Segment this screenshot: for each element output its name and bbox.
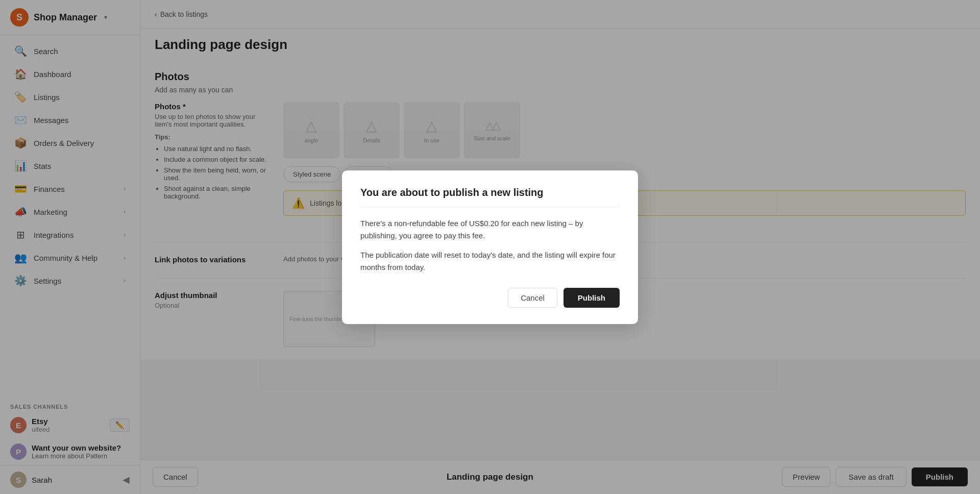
modal-body-paragraph-1: There's a non-refundable fee of US$0.20 … <box>360 217 620 242</box>
modal-cancel-button[interactable]: Cancel <box>508 288 557 308</box>
modal-body-paragraph-2: The publication date will reset to today… <box>360 249 620 274</box>
modal-overlay[interactable]: You are about to publish a new listing T… <box>0 0 980 494</box>
modal-publish-button[interactable]: Publish <box>564 288 620 308</box>
modal-body: There's a non-refundable fee of US$0.20 … <box>360 217 620 274</box>
modal-title: You are about to publish a new listing <box>360 187 620 207</box>
publish-modal: You are about to publish a new listing T… <box>342 170 638 324</box>
modal-actions: Cancel Publish <box>360 288 620 308</box>
